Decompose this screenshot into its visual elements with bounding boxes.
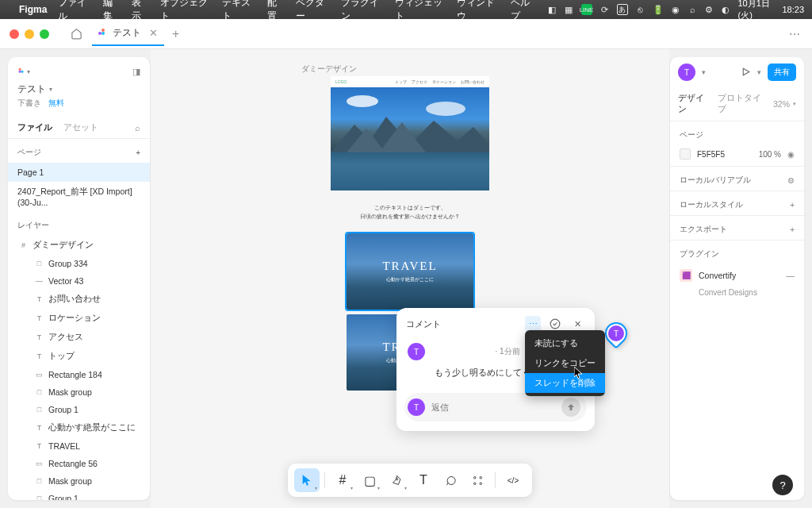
reply-input[interactable] xyxy=(431,402,555,412)
zoom-control[interactable]: 32%▾ xyxy=(773,88,796,120)
layer-item[interactable]: Tロケーション xyxy=(8,309,150,328)
layers-label: レイヤー xyxy=(17,220,49,231)
add-page-button[interactable]: + xyxy=(136,148,140,157)
comment-options-button[interactable]: ⋯ xyxy=(525,316,541,332)
nav-item: お問い合わせ xyxy=(461,79,485,84)
background-opacity[interactable]: 100 xyxy=(759,150,772,159)
frame-tool[interactable]: #▾ xyxy=(330,468,355,492)
tab-file[interactable]: ファイル xyxy=(17,117,52,138)
send-reply-button[interactable] xyxy=(561,398,580,417)
search-icon[interactable]: ⌕ xyxy=(688,4,697,15)
free-badge[interactable]: 無料 xyxy=(48,98,64,107)
layer-item[interactable]: Tアクセス xyxy=(8,328,150,347)
layer-item[interactable]: □Mask group xyxy=(8,383,150,401)
ime-icon[interactable]: あ xyxy=(617,4,628,15)
layer-item[interactable]: □Group 1 xyxy=(8,401,150,418)
siri-icon[interactable]: ◐ xyxy=(721,4,730,15)
layer-item[interactable]: Tトップ xyxy=(8,347,150,366)
close-comment-button[interactable]: ✕ xyxy=(569,316,585,332)
comment-tool[interactable] xyxy=(438,468,463,492)
bluetooth-icon[interactable]: ⎋ xyxy=(636,4,645,15)
panel-toggle-icon[interactable]: ◨ xyxy=(132,67,140,77)
tab-prototype[interactable]: プロトタイプ xyxy=(718,87,764,121)
page-item[interactable]: Page 1 xyxy=(8,163,150,182)
travel-card-selected[interactable]: TRAVEL 心動かす絶景がここに xyxy=(347,233,473,310)
help-button[interactable]: ? xyxy=(772,475,793,495)
layer-item[interactable]: ▭Rectangle 184 xyxy=(8,366,150,383)
svg-point-13 xyxy=(480,483,482,485)
layer-type-icon: ▭ xyxy=(35,460,44,468)
menu-mark-unread[interactable]: 未読にする xyxy=(525,333,605,353)
background-swatch[interactable] xyxy=(680,148,691,160)
search-icon[interactable]: ⌕ xyxy=(135,118,140,137)
text-tool[interactable]: T xyxy=(411,468,436,492)
frame-label[interactable]: ダミーデザイン xyxy=(301,64,357,75)
frame-icon: # xyxy=(19,241,28,250)
share-button[interactable]: 共有 xyxy=(768,64,796,81)
file-tab[interactable]: テスト ✕ xyxy=(92,21,164,46)
status-icon[interactable]: ◧ xyxy=(548,4,557,15)
line-icon[interactable]: LINE xyxy=(581,4,592,15)
dev-mode-toggle[interactable]: </> xyxy=(500,468,526,492)
layer-item[interactable]: Tお問い合わせ xyxy=(8,290,150,309)
menu-delete-thread[interactable]: スレッドを削除 xyxy=(525,373,605,393)
minimize-window-button[interactable] xyxy=(25,29,34,39)
layer-item[interactable]: □Mask group xyxy=(8,472,150,490)
layer-type-icon: T xyxy=(35,295,44,304)
svg-point-12 xyxy=(473,483,476,485)
present-button[interactable] xyxy=(741,67,751,79)
control-center-icon[interactable]: ⚙ xyxy=(705,4,714,15)
battery-icon[interactable]: 🔋 xyxy=(653,4,664,15)
wifi-icon[interactable]: ◉ xyxy=(672,4,680,15)
export-label: エクスポート xyxy=(680,224,727,235)
move-tool[interactable]: ▾ xyxy=(294,468,320,492)
remove-plugin-button[interactable]: — xyxy=(787,271,795,280)
layer-item[interactable]: —Vector 43 xyxy=(8,272,150,290)
close-window-button[interactable] xyxy=(10,29,19,39)
more-options-button[interactable]: ⋯ xyxy=(789,28,801,40)
actions-tool[interactable] xyxy=(465,468,490,492)
menu-copy-link[interactable]: リンクをコピー xyxy=(525,353,605,373)
canvas[interactable]: ダミーデザイン LOGO トップ アクセス ロケーション お問い合わせ このテキ… xyxy=(151,49,669,508)
page-item[interactable]: 2407_Report_前半 [XD Import] (30-Ju... xyxy=(8,182,150,212)
tab-design[interactable]: デザイン xyxy=(678,87,708,121)
status-icon[interactable]: ▦ xyxy=(565,4,573,15)
layer-item[interactable]: □Group 1 xyxy=(8,490,150,500)
close-tab-button[interactable]: ✕ xyxy=(149,27,158,39)
artboard[interactable]: LOGO トップ アクセス ロケーション お問い合わせ このテキストはダミーです… xyxy=(331,76,489,508)
settings-icon[interactable]: ⚙ xyxy=(787,176,795,185)
menubar-time[interactable]: 18:23 xyxy=(783,5,805,14)
plugin-name[interactable]: Convertify xyxy=(699,271,736,280)
layer-item[interactable]: T心動かす絶景がここに xyxy=(8,418,150,437)
add-style-button[interactable]: + xyxy=(790,201,795,210)
chevron-down-icon[interactable]: ▾ xyxy=(702,68,706,76)
file-name[interactable]: テスト xyxy=(17,83,46,96)
layer-item[interactable]: ▭Rectangle 56 xyxy=(8,455,150,472)
pen-tool[interactable]: ▾ xyxy=(384,468,409,492)
layer-frame-root[interactable]: #ダミーデザイン xyxy=(8,236,150,255)
pages-label: ページ xyxy=(17,147,41,158)
layer-type-icon: □ xyxy=(35,260,44,268)
menubar-app[interactable]: Figma xyxy=(19,4,47,15)
tab-assets[interactable]: アセット xyxy=(63,117,98,138)
avatar[interactable]: T xyxy=(678,64,695,81)
fullscreen-window-button[interactable] xyxy=(40,29,49,39)
logo-text: LOGO xyxy=(335,79,347,84)
layer-name: Group 1 xyxy=(48,405,79,414)
menubar-date[interactable]: 10月1日(火) xyxy=(737,0,774,21)
home-button[interactable] xyxy=(65,23,87,45)
new-tab-button[interactable]: + xyxy=(172,27,179,41)
layer-name: Rectangle 56 xyxy=(48,459,98,468)
status-icon[interactable]: ⟳ xyxy=(600,4,609,15)
layer-item[interactable]: TTRAVEL xyxy=(8,437,150,455)
chevron-down-icon[interactable]: ▾ xyxy=(757,68,761,76)
add-export-button[interactable]: + xyxy=(790,225,795,234)
visibility-toggle[interactable]: ◉ xyxy=(787,150,795,159)
main-menu-button[interactable]: ▾ xyxy=(17,65,30,78)
background-hex[interactable]: F5F5F5 xyxy=(697,150,753,159)
layer-item[interactable]: □Group 334 xyxy=(8,255,150,272)
comment-title: コメント xyxy=(406,318,519,330)
comment-pin[interactable]: T xyxy=(600,318,632,349)
shape-tool[interactable]: ▢▾ xyxy=(357,468,382,492)
resolve-comment-button[interactable] xyxy=(547,316,563,332)
